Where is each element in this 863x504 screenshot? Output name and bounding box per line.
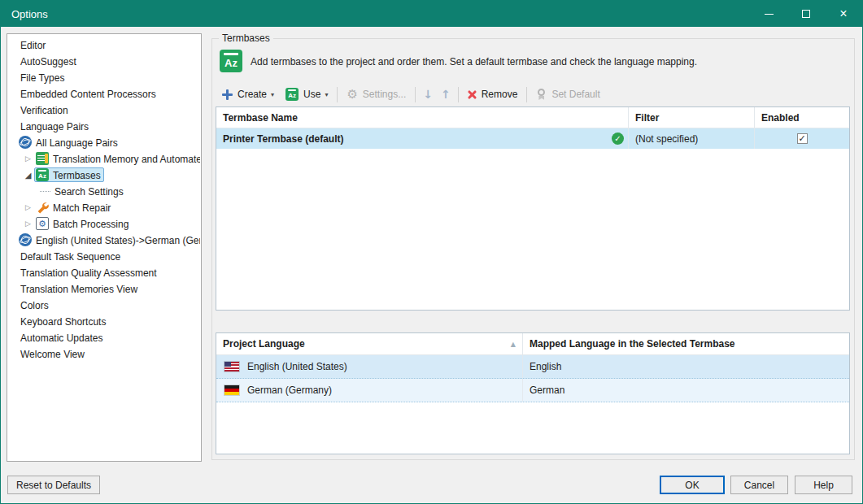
sidebar-item-label: Translation Quality Assessment <box>20 267 157 279</box>
column-header-project-language[interactable]: Project Language▲ <box>216 333 523 354</box>
sidebar-item-content: Match Repair <box>34 200 114 215</box>
minimize-button[interactable] <box>750 1 787 27</box>
ok-button[interactable]: OK <box>660 476 725 494</box>
sidebar-item-autosuggest[interactable]: AutoSuggest <box>7 53 201 69</box>
termbase-row[interactable]: Printer Termbase (default)(Not specified… <box>216 128 849 149</box>
sidebar-item-label: Colors <box>20 299 49 311</box>
collapsed-expander-icon[interactable]: ▷ <box>22 154 34 163</box>
column-header-label: Project Language <box>223 338 305 350</box>
remove-button[interactable]: Remove <box>462 86 524 102</box>
toolbar-separator <box>526 87 527 102</box>
column-header-filter[interactable]: Filter <box>629 107 755 128</box>
groupbox-title: Termbases <box>219 33 273 44</box>
use-button[interactable]: Use ▾ <box>280 85 333 103</box>
set-default-button[interactable]: Set Default <box>530 86 605 102</box>
create-button-label: Create <box>238 89 267 100</box>
remove-button-label: Remove <box>482 89 518 100</box>
sidebar-item-content: Welcome View <box>19 346 88 361</box>
termbase-table-header: Termbase NameFilterEnabled <box>216 107 849 128</box>
sidebar-item-search-settings[interactable]: Search Settings <box>7 183 201 199</box>
sidebar-item-batch-processing[interactable]: ▷Batch Processing <box>7 215 201 232</box>
sidebar-item-label: English (United States)->German (German <box>36 234 201 246</box>
mapped-language-label: German <box>530 385 564 396</box>
sidebar-item-all-language-pairs[interactable]: All Language Pairs <box>7 134 201 150</box>
options-dialog: Options × EditorAutoSuggestFile TypesEmb… <box>0 0 863 504</box>
column-header-label: Enabled <box>761 112 800 124</box>
reset-to-defaults-button[interactable]: Reset to Defaults <box>7 476 100 494</box>
language-mapping-row[interactable]: English (United States)English <box>216 355 849 379</box>
sidebar-item-translation-memories-view[interactable]: Translation Memories View <box>7 280 201 297</box>
project-language-label: German (Germany) <box>247 385 332 396</box>
wrench-icon <box>36 201 49 214</box>
toolbar-separator <box>415 87 416 102</box>
termbase-icon <box>285 88 299 101</box>
sidebar-item-content: Termbases <box>34 167 104 182</box>
sidebar-item-welcome-view[interactable]: Welcome View <box>7 345 201 362</box>
termbase-table: Termbase NameFilterEnabled Printer Termb… <box>216 106 850 311</box>
sidebar-item-content: Colors <box>19 298 52 312</box>
sidebar-item-editor[interactable]: Editor <box>7 37 201 53</box>
filter-cell: (Not specified) <box>629 128 755 149</box>
sidebar-item-default-task-sequence[interactable]: Default Task Sequence <box>7 248 201 264</box>
sidebar-item-language-pairs[interactable]: Language Pairs <box>7 118 201 134</box>
window-controls: × <box>750 1 862 27</box>
sidebar-item-label: Welcome View <box>20 348 85 360</box>
use-button-label: Use <box>303 89 320 100</box>
sidebar-item-keyboard-shortcuts[interactable]: Keyboard Shortcuts <box>7 313 201 329</box>
window-title: Options <box>1 8 750 20</box>
language-mapping-row[interactable]: German (Germany)German <box>216 379 849 402</box>
move-down-button[interactable]: ↓ <box>419 86 437 102</box>
sidebar-item-label: Language Pairs <box>20 120 89 133</box>
sidebar-item-termbases[interactable]: ◢Termbases <box>7 167 201 183</box>
sidebar-item-label: Termbases <box>53 169 101 181</box>
sidebar-item-file-types[interactable]: File Types <box>7 69 201 85</box>
dialog-body: EditorAutoSuggestFile TypesEmbedded Cont… <box>1 27 862 503</box>
settings-button[interactable]: ⚙ Settings... <box>341 86 412 103</box>
close-button[interactable]: × <box>825 1 862 27</box>
de-flag-icon <box>224 385 239 395</box>
enabled-checkbox[interactable]: ✓ <box>797 133 808 144</box>
sidebar-item-label: AutoSuggest <box>20 55 76 67</box>
tree-connector <box>40 191 50 192</box>
cancel-button[interactable]: Cancel <box>730 476 788 494</box>
sidebar-item-label: Editor <box>20 39 46 51</box>
batch-processing-icon <box>36 217 49 230</box>
collapsed-expander-icon[interactable]: ▷ <box>22 219 34 228</box>
mapped-language-label: English <box>530 361 561 372</box>
sidebar-item-colors[interactable]: Colors <box>7 297 201 313</box>
termbase-name-cell: Printer Termbase (default) <box>216 128 629 149</box>
sidebar-item-content: File Types <box>19 70 68 85</box>
column-header-termbase-name[interactable]: Termbase Name <box>216 107 629 128</box>
create-button[interactable]: Create ▾ <box>216 86 280 102</box>
sidebar-item-translation-memory-and-automated-tr[interactable]: ▷Translation Memory and Automated Tr <box>7 150 201 167</box>
sidebar-item-content: Default Task Sequence <box>19 249 124 263</box>
collapsed-expander-icon[interactable]: ▷ <box>22 203 34 211</box>
sidebar-item-label: Keyboard Shortcuts <box>20 315 106 328</box>
toolbar-separator <box>337 87 338 102</box>
column-header-mapped-language-in-the-selected-termbase[interactable]: Mapped Language in the Selected Termbase <box>523 333 849 354</box>
gear-icon: ⚙ <box>347 89 357 101</box>
help-button[interactable]: Help <box>795 476 852 494</box>
sidebar-item-translation-quality-assessment[interactable]: Translation Quality Assessment <box>7 264 201 280</box>
sidebar-item-label: Translation Memories View <box>20 283 137 295</box>
sidebar-item-label: All Language Pairs <box>36 137 118 149</box>
maximize-button[interactable] <box>787 1 825 27</box>
sidebar-item-english-united-states-german-german[interactable]: English (United States)->German (German <box>7 232 201 248</box>
remove-x-icon <box>468 90 477 99</box>
sidebar-item-match-repair[interactable]: ▷Match Repair <box>7 199 201 215</box>
sidebar-item-automatic-updates[interactable]: Automatic Updates <box>7 329 201 345</box>
move-up-button[interactable]: ↑ <box>437 86 455 102</box>
options-navigation-tree: EditorAutoSuggestFile TypesEmbedded Cont… <box>7 33 202 462</box>
language-table-body: English (United States)EnglishGerman (Ge… <box>216 355 849 402</box>
termbases-description: Add termbases to the project and order t… <box>251 56 697 67</box>
sidebar-item-verification[interactable]: Verification <box>7 102 201 118</box>
sidebar-item-content: Editor <box>19 37 49 52</box>
sidebar-item-label: Translation Memory and Automated Tr <box>53 153 201 165</box>
sidebar-item-label: Match Repair <box>53 202 111 214</box>
termbase-table-body: Printer Termbase (default)(Not specified… <box>216 128 849 149</box>
chevron-down-icon: ▾ <box>271 91 274 98</box>
expanded-expander-icon[interactable]: ◢ <box>22 171 34 180</box>
sidebar-item-embedded-content-processors[interactable]: Embedded Content Processors <box>7 85 201 102</box>
column-header-enabled[interactable]: Enabled <box>755 107 849 128</box>
chevron-down-icon: ▾ <box>325 91 328 98</box>
